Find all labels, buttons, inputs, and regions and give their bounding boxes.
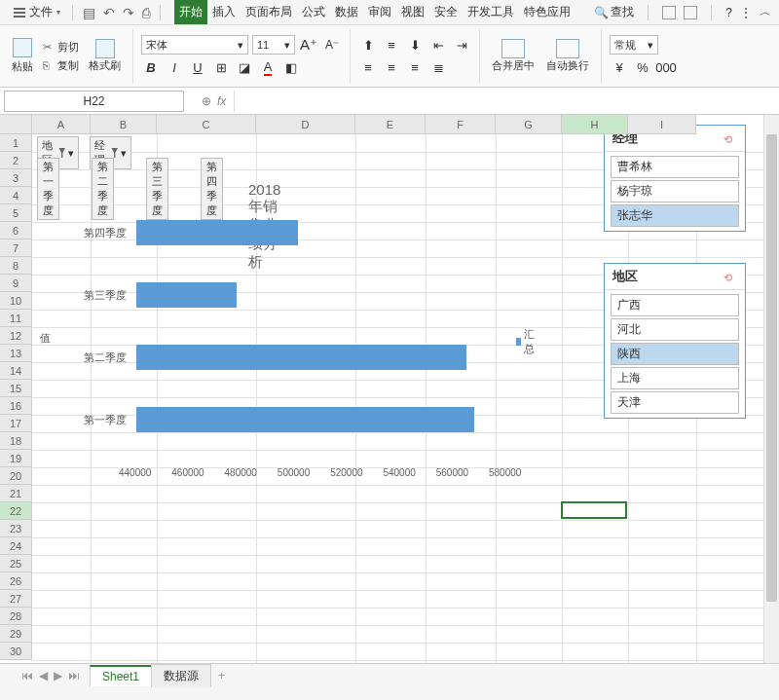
row-header-29[interactable]: 29 — [0, 625, 32, 643]
fill-color-button[interactable]: ◪ — [235, 57, 254, 77]
row-header-20[interactable]: 20 — [0, 467, 32, 485]
slicer-item[interactable]: 天津 — [611, 391, 739, 414]
column-header-I[interactable]: I — [628, 115, 696, 134]
row-header-19[interactable]: 19 — [0, 450, 32, 467]
underline-button[interactable]: U — [188, 57, 207, 77]
indent-decrease-icon[interactable]: ⇤ — [428, 35, 448, 55]
align-right-icon[interactable]: ≡ — [405, 57, 425, 77]
print-icon[interactable]: ⎙ — [138, 3, 154, 22]
align-middle-icon[interactable]: ≡ — [382, 35, 401, 55]
paste-button[interactable]: 粘贴 — [8, 36, 37, 76]
row-header-5[interactable]: 5 — [0, 204, 32, 222]
row-header-7[interactable]: 7 — [0, 239, 32, 257]
tab-special[interactable]: 特色应用 — [519, 0, 575, 24]
save-icon[interactable]: ▤ — [79, 3, 99, 22]
number-format-select[interactable]: 常规▾ — [610, 35, 658, 55]
column-header-A[interactable]: A — [32, 115, 91, 134]
row-header-23[interactable]: 23 — [0, 520, 32, 537]
tab-start[interactable]: 开始 — [174, 0, 207, 24]
row-header-9[interactable]: 9 — [0, 275, 32, 292]
slicer-item[interactable]: 陕西 — [611, 343, 739, 365]
column-header-F[interactable]: F — [426, 115, 496, 134]
tab-developer[interactable]: 开发工具 — [463, 0, 519, 24]
align-left-icon[interactable]: ≡ — [358, 57, 378, 77]
wrap-text-button[interactable]: 自动换行 — [542, 37, 593, 75]
align-center-icon[interactable]: ≡ — [382, 57, 401, 77]
select-all-corner[interactable] — [0, 115, 32, 134]
sheet-nav-prev[interactable]: ◀ — [37, 669, 50, 682]
sheet-tab-2[interactable]: 数据源 — [151, 664, 211, 687]
row-header-30[interactable]: 30 — [0, 643, 32, 660]
more-icon[interactable]: ⋮ — [740, 6, 752, 19]
search-button[interactable]: 🔍 查找 — [594, 4, 634, 20]
slicer-region[interactable]: 地区 广西河北陕西上海天津 — [604, 263, 746, 419]
row-header-3[interactable]: 3 — [0, 169, 32, 187]
row-header-17[interactable]: 17 — [0, 415, 32, 432]
highlight-button[interactable]: ◧ — [281, 57, 301, 77]
tab-view[interactable]: 视图 — [396, 0, 429, 24]
clear-filter-icon[interactable] — [723, 270, 737, 283]
name-box[interactable]: H22 — [4, 91, 184, 112]
tab-formulas[interactable]: 公式 — [297, 0, 330, 24]
increase-font-icon[interactable]: A⁺ — [299, 35, 318, 55]
row-header-13[interactable]: 13 — [0, 345, 32, 362]
italic-button[interactable]: I — [165, 57, 184, 77]
decrease-font-icon[interactable]: A⁻ — [322, 35, 342, 55]
percent-icon[interactable]: % — [633, 57, 652, 77]
tab-review[interactable]: 审阅 — [363, 0, 396, 24]
redo-icon[interactable]: ↷ — [119, 3, 138, 22]
row-header-10[interactable]: 10 — [0, 292, 32, 310]
row-header-22[interactable]: 22 — [0, 502, 32, 520]
row-header-25[interactable]: 25 — [0, 555, 32, 572]
slicer-manager[interactable]: 经理 曹希林杨宇琼张志华 — [604, 125, 746, 232]
scroll-thumb[interactable] — [766, 134, 777, 602]
row-header-8[interactable]: 8 — [0, 257, 32, 275]
cut-button[interactable]: 剪切 — [41, 39, 81, 55]
slicer-item[interactable]: 河北 — [611, 318, 739, 341]
bold-button[interactable]: B — [141, 57, 161, 77]
slicer-item[interactable]: 杨宇琼 — [611, 180, 739, 203]
chart[interactable]: 第四季度第三季度第二季度第一季度440000460000480000500000… — [58, 203, 526, 485]
row-header-28[interactable]: 28 — [0, 608, 32, 625]
fx-icon[interactable]: fx — [217, 94, 226, 108]
currency-icon[interactable]: ¥ — [610, 57, 629, 77]
share-icon[interactable] — [662, 6, 676, 19]
sheet-nav-next[interactable]: ▶ — [52, 669, 64, 682]
column-header-B[interactable]: B — [91, 115, 157, 134]
row-header-24[interactable]: 24 — [0, 537, 32, 555]
align-top-icon[interactable]: ⬆ — [358, 35, 378, 55]
zoom-icon[interactable]: ⊕ — [202, 94, 211, 108]
collapse-ribbon-icon[interactable]: ︿ — [760, 4, 771, 20]
column-header-H[interactable]: H — [562, 115, 628, 134]
row-header-18[interactable]: 18 — [0, 432, 32, 450]
align-bottom-icon[interactable]: ⬇ — [405, 35, 425, 55]
copy-button[interactable]: 复制 — [41, 57, 81, 74]
tab-data[interactable]: 数据 — [330, 0, 363, 24]
selected-cell[interactable] — [561, 501, 627, 519]
comma-icon[interactable]: 000 — [656, 57, 676, 77]
column-header-C[interactable]: C — [157, 115, 256, 134]
tab-security[interactable]: 安全 — [429, 0, 463, 24]
sheet-nav-last[interactable]: ⏭ — [66, 669, 82, 682]
row-header-14[interactable]: 14 — [0, 362, 32, 380]
align-justify-icon[interactable]: ≣ — [428, 57, 448, 77]
column-header-E[interactable]: E — [355, 115, 426, 134]
merge-center-button[interactable]: 合并居中 — [488, 37, 538, 75]
row-header-1[interactable]: 1 — [0, 134, 32, 152]
row-header-15[interactable]: 15 — [0, 380, 32, 397]
font-size-select[interactable]: 11▾ — [252, 35, 295, 55]
sheet-nav-first[interactable]: ⏮ — [19, 669, 35, 682]
format-painter-button[interactable]: 格式刷 — [85, 37, 125, 75]
slicer-item[interactable]: 广西 — [611, 294, 739, 316]
column-header-D[interactable]: D — [256, 115, 355, 134]
vertical-scrollbar[interactable] — [763, 115, 779, 663]
row-header-12[interactable]: 12 — [0, 327, 32, 345]
row-header-2[interactable]: 2 — [0, 152, 32, 169]
slicer-item[interactable]: 上海 — [611, 367, 739, 389]
file-menu-button[interactable]: 文件 ▾ — [8, 2, 66, 22]
box-icon[interactable] — [684, 6, 697, 19]
indent-increase-icon[interactable]: ⇥ — [452, 35, 471, 55]
font-name-select[interactable]: 宋体▾ — [141, 35, 248, 55]
undo-icon[interactable]: ↶ — [99, 3, 119, 22]
add-sheet-button[interactable]: + — [210, 666, 233, 685]
